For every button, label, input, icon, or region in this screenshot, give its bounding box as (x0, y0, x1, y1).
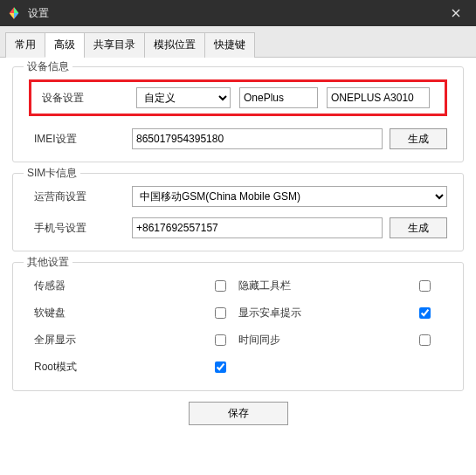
phone-input[interactable] (132, 217, 383, 238)
opt-root-checkbox[interactable] (215, 361, 226, 373)
opt-sensor-checkbox[interactable] (215, 280, 226, 292)
other-options-grid: 传感器 隐藏工具栏 软键盘 显示安卓提示 全屏显示 时间同步 Root模式 (29, 275, 447, 378)
close-icon (452, 9, 460, 17)
close-button[interactable] (443, 0, 469, 26)
window-title: 设置 (28, 6, 49, 21)
footer: 保存 (12, 402, 464, 425)
opt-fullscreen-checkbox[interactable] (215, 334, 226, 346)
carrier-select[interactable]: 中国移动GSM(China Mobile GSM) (132, 186, 447, 207)
imei-input[interactable] (132, 128, 383, 149)
device-brand-input[interactable] (239, 87, 318, 108)
group-device-info: 设备信息 设备设置 自定义 IMEI设置 生成 (12, 66, 464, 162)
tab-bar: 常用 高级 共享目录 模拟位置 快捷键 (0, 26, 476, 58)
carrier-label: 运营商设置 (29, 189, 125, 204)
opt-android-tips-label: 显示安卓提示 (238, 306, 408, 320)
device-setting-label: 设备设置 (37, 91, 128, 106)
tab-mock-location[interactable]: 模拟位置 (144, 32, 205, 58)
opt-softkeyboard-checkbox[interactable] (215, 307, 226, 319)
opt-hide-toolbar-checkbox[interactable] (419, 280, 431, 292)
imei-label: IMEI设置 (29, 132, 125, 147)
opt-root-label: Root模式 (34, 360, 204, 375)
app-logo-icon (7, 6, 21, 20)
content-area: 设备信息 设备设置 自定义 IMEI设置 生成 SIM卡信息 运营商设置 中国移… (0, 58, 476, 434)
save-button[interactable]: 保存 (189, 402, 288, 425)
device-mode-select[interactable]: 自定义 (136, 87, 231, 108)
opt-timesync-checkbox[interactable] (419, 334, 431, 346)
group-sim-info: SIM卡信息 运营商设置 中国移动GSM(China Mobile GSM) 手… (12, 173, 464, 251)
group-title-sim: SIM卡信息 (24, 166, 80, 181)
tab-common[interactable]: 常用 (5, 32, 45, 58)
opt-softkeyboard-label: 软键盘 (34, 306, 204, 320)
opt-timesync-label: 时间同步 (238, 333, 408, 348)
imei-generate-button[interactable]: 生成 (390, 128, 447, 149)
opt-fullscreen-label: 全屏显示 (34, 333, 204, 348)
group-title-device: 设备信息 (24, 59, 72, 74)
group-title-other: 其他设置 (24, 255, 72, 270)
device-setting-highlight: 设备设置 自定义 (29, 79, 447, 116)
tab-shortcuts[interactable]: 快捷键 (204, 32, 255, 58)
tab-shared-dir[interactable]: 共享目录 (84, 32, 145, 58)
opt-sensor-label: 传感器 (34, 279, 204, 293)
opt-android-tips-checkbox[interactable] (419, 307, 431, 319)
group-other: 其他设置 传感器 隐藏工具栏 软键盘 显示安卓提示 全屏显示 时间同步 Root… (12, 262, 464, 391)
titlebar: 设置 (0, 0, 476, 26)
phone-label: 手机号设置 (29, 221, 125, 236)
phone-generate-button[interactable]: 生成 (390, 217, 447, 238)
device-model-input[interactable] (327, 87, 430, 108)
tab-advanced[interactable]: 高级 (45, 32, 85, 58)
opt-hide-toolbar-label: 隐藏工具栏 (238, 279, 408, 293)
